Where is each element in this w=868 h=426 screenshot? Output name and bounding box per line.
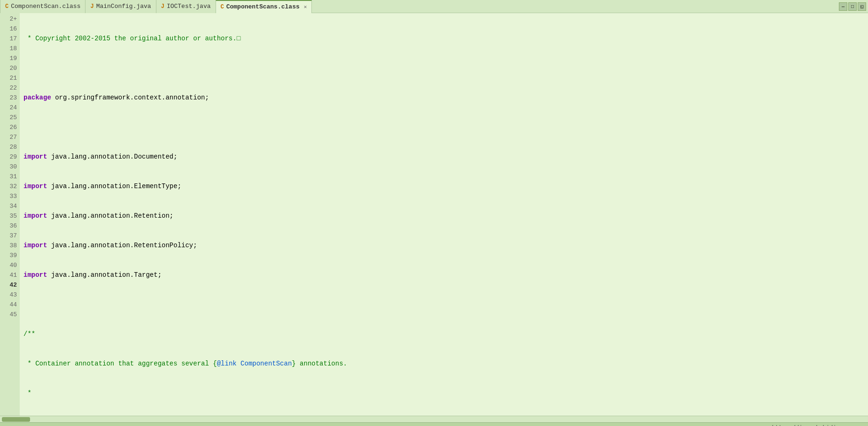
tab-mainconfig-java[interactable]: J MainConfig.java xyxy=(85,0,156,13)
code-line-16 xyxy=(23,63,868,73)
line-number: 18 xyxy=(0,44,17,53)
line-number: 17 xyxy=(0,34,17,44)
java-icon: J xyxy=(90,3,93,10)
line-number: 2+ xyxy=(0,14,17,24)
line-number: 44 xyxy=(0,300,17,310)
code-line-17: package org.springframework.context.anno… xyxy=(23,93,868,103)
line-number: 28 xyxy=(0,142,17,152)
line-number: 42 xyxy=(0,280,17,290)
line-number: 29 xyxy=(0,152,17,162)
horizontal-scrollbar[interactable] xyxy=(0,416,868,422)
tab-componentscan-class[interactable]: C ComponentScan.class xyxy=(0,0,85,13)
tab-ioctest-java[interactable]: J IOCTest.java xyxy=(156,0,216,13)
code-line-23: import java.lang.annotation.Target; xyxy=(23,270,868,280)
line-number: 24 xyxy=(0,103,17,113)
line-number: 21 xyxy=(0,73,17,83)
code-editor[interactable]: * Copyright 2002-2015 the original autho… xyxy=(20,13,868,416)
tab-label: IOCTest.java xyxy=(167,3,211,10)
maximize-button[interactable]: □ xyxy=(848,2,857,11)
line-number: 27 xyxy=(0,132,17,142)
code-line-26: * Container annotation that aggregates s… xyxy=(23,359,868,369)
tab-bar: C ComponentScan.class J MainConfig.java … xyxy=(0,0,868,13)
tab-label: MainConfig.java xyxy=(96,3,151,10)
editor: 2+ 16 17 18 19 20 21 22 23 24 25 26 27 2… xyxy=(0,13,868,416)
line-number: 20 xyxy=(0,63,17,73)
line-number: 34 xyxy=(0,201,17,211)
line-number: 33 xyxy=(0,191,17,201)
tab-componentscans-class[interactable]: C ComponentScans.class ✕ xyxy=(216,0,312,13)
code-line-19: import java.lang.annotation.Documented; xyxy=(23,152,868,162)
scrollbar-thumb[interactable] xyxy=(2,417,30,422)
line-number: 45 xyxy=(0,310,17,320)
line-number: 31 xyxy=(0,172,17,182)
code-line-2: * Copyright 2002-2015 the original autho… xyxy=(23,34,868,44)
line-number: 30 xyxy=(0,162,17,172)
window-controls: — □ ◱ xyxy=(839,0,868,13)
status-position: https://img.zh-hidin-params xyxy=(772,425,863,426)
line-number: 39 xyxy=(0,251,17,260)
line-number: 36 xyxy=(0,221,17,231)
code-line-27: * xyxy=(23,388,868,398)
restore-button[interactable]: ◱ xyxy=(858,2,866,11)
line-number: 41 xyxy=(0,270,17,280)
line-number: 23 xyxy=(0,93,17,103)
line-number: 40 xyxy=(0,260,17,270)
java-icon: J xyxy=(161,3,164,10)
status-bar: https://img.zh-hidin-params xyxy=(0,422,868,426)
code-line-21: import java.lang.annotation.Retention; xyxy=(23,211,868,221)
minimize-button[interactable]: — xyxy=(839,2,847,11)
code-line-20: import java.lang.annotation.ElementType; xyxy=(23,182,868,191)
tab-label: ComponentScans.class xyxy=(226,3,300,10)
tab-label: ComponentScan.class xyxy=(11,3,80,10)
line-number: 37 xyxy=(0,231,17,241)
line-number: 19 xyxy=(0,53,17,63)
tab-close-icon[interactable]: ✕ xyxy=(304,4,307,10)
line-number: 43 xyxy=(0,290,17,300)
line-number: 22 xyxy=(0,83,17,93)
java-icon: C xyxy=(221,4,224,10)
code-line-22: import java.lang.annotation.RetentionPol… xyxy=(23,241,868,251)
java-icon: C xyxy=(5,3,8,10)
line-number: 38 xyxy=(0,241,17,251)
line-number: 35 xyxy=(0,211,17,221)
code-line-24 xyxy=(23,300,868,310)
line-number: 32 xyxy=(0,182,17,191)
line-number: 26 xyxy=(0,122,17,132)
code-line-25: /** xyxy=(23,329,868,339)
line-numbers-gutter: 2+ 16 17 18 19 20 21 22 23 24 25 26 27 2… xyxy=(0,13,20,416)
code-line-18 xyxy=(23,122,868,132)
line-number: 25 xyxy=(0,113,17,122)
line-number: 16 xyxy=(0,24,17,34)
